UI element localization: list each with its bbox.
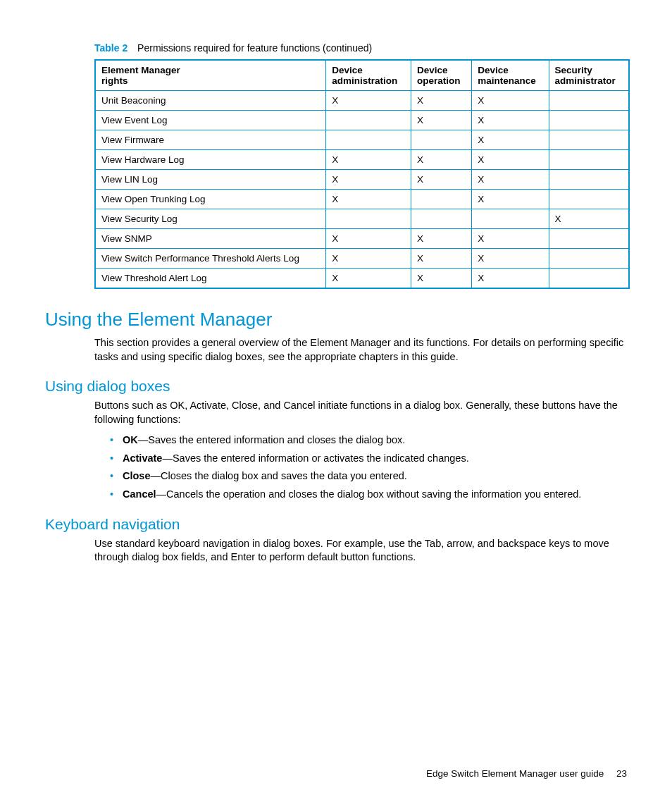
table-cell: X [326,269,411,289]
list-item-desc: —Cancels the operation and closes the di… [156,488,582,500]
table-cell [549,111,629,130]
table-cell: X [472,150,549,170]
table-cell: X [411,111,471,130]
row-name-cell: View Threshold Alert Log [95,269,326,289]
permissions-table: Element ManagerrightsDeviceadministratio… [94,59,630,289]
row-name-cell: View Firmware [95,130,326,150]
table-cell: X [411,269,471,289]
row-name-cell: View Open Trunking Log [95,190,326,209]
table-cell: X [411,91,471,111]
table-row: View Hardware LogXXX [95,150,629,170]
table-cell [549,249,629,269]
table-cell: X [472,229,549,249]
table-cell [549,229,629,249]
footer-text: Edge Switch Element Manager user guide [426,768,604,779]
list-item: Close—Closes the dialog box and saves th… [110,469,627,483]
table-row: View SNMPXXX [95,229,629,249]
page: Table 2 Permissions required for feature… [0,0,672,807]
row-name-cell: View SNMP [95,229,326,249]
table-cell: X [326,91,411,111]
row-name-cell: Unit Beaconing [95,91,326,111]
table-row: View Threshold Alert LogXXX [95,269,629,289]
row-name-cell: View Event Log [95,111,326,130]
list-item: Cancel—Cancels the operation and closes … [110,488,627,502]
page-footer: Edge Switch Element Manager user guide 2… [426,768,627,779]
table-cell: X [549,209,629,229]
table-cell: X [472,269,549,289]
row-name-cell: View Security Log [95,209,326,229]
table-cell: X [326,229,411,249]
list-item-term: OK [123,434,138,445]
table-cell: X [411,170,471,190]
body-text: Use standard keyboard navigation in dial… [94,537,627,565]
table-cell: X [411,150,471,170]
list-item: OK—Saves the entered information and clo… [110,433,627,448]
table-cell [549,170,629,190]
section-heading: Using the Element Manager [45,309,627,331]
list-item-term: Cancel [123,488,156,500]
body-text: This section provides a general overview… [94,336,627,364]
list-item-term: Close [123,470,151,481]
list-item-desc: —Saves the entered information or activa… [162,452,468,464]
table-label: Table 2 [94,42,127,54]
column-header: Deviceoperation [411,60,471,91]
table-cell [549,150,629,170]
table-cell [549,130,629,150]
table-cell [549,91,629,111]
list-item-desc: —Saves the entered information and close… [138,434,406,445]
table-cell: X [472,130,549,150]
table-cell [326,111,411,130]
table-cell [326,130,411,150]
row-name-cell: View Hardware Log [95,150,326,170]
table-cell: X [472,91,549,111]
table-row: View Switch Performance Threshold Alerts… [95,249,629,269]
table-cell: X [326,190,411,209]
column-header: Devicemaintenance [472,60,549,91]
subsection-heading: Using dialog boxes [45,378,627,395]
table-cell: X [472,170,549,190]
table-row: Unit BeaconingXXX [95,91,629,111]
table-cell [411,209,471,229]
table-cell: X [472,190,549,209]
list-item-desc: —Closes the dialog box and saves the dat… [151,470,407,481]
column-header: Element Managerrights [95,60,326,91]
table-cell: X [326,150,411,170]
table-cell: X [472,249,549,269]
row-name-cell: View Switch Performance Threshold Alerts… [95,249,326,269]
table-cell: X [326,170,411,190]
subsection-heading: Keyboard navigation [45,516,627,533]
table-row: View LIN LogXXX [95,170,629,190]
page-number: 23 [616,768,627,779]
list-item: Activate—Saves the entered information o… [110,452,627,466]
table-header-row: Element ManagerrightsDeviceadministratio… [95,60,629,91]
table-cell [549,269,629,289]
table-cell: X [411,229,471,249]
table-row: View Open Trunking LogXX [95,190,629,209]
table-row: View FirmwareX [95,130,629,150]
table-row: View Security LogX [95,209,629,229]
table-cell: X [472,111,549,130]
table-cell [411,130,471,150]
table-cell [326,209,411,229]
column-header: Securityadministrator [549,60,629,91]
table-row: View Event LogXX [95,111,629,130]
table-cell: X [326,249,411,269]
body-text: Buttons such as OK, Activate, Close, and… [94,399,627,426]
table-cell [549,190,629,209]
table-caption-text: Permissions required for feature functio… [137,42,372,54]
row-name-cell: View LIN Log [95,170,326,190]
table-cell: X [411,249,471,269]
table-caption: Table 2 Permissions required for feature… [94,42,627,54]
column-header: Deviceadministration [326,60,411,91]
table-cell [411,190,471,209]
table-cell [472,209,549,229]
bullet-list: OK—Saves the entered information and clo… [110,433,627,501]
list-item-term: Activate [123,452,162,464]
